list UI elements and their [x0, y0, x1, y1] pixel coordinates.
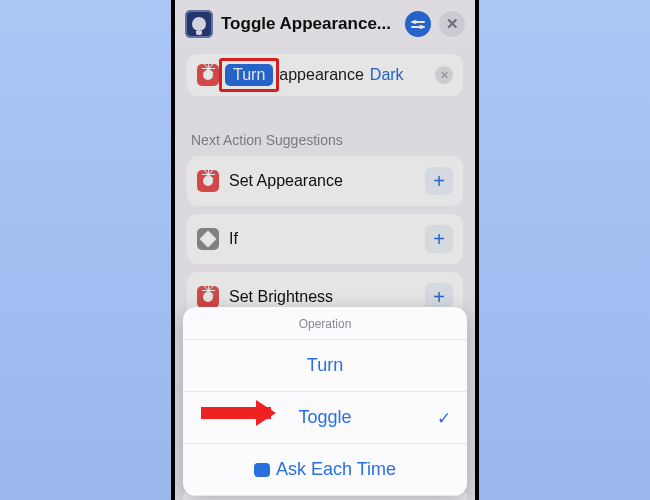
option-label: Turn: [307, 355, 343, 375]
option-ask-each-time[interactable]: Ask Each Time: [183, 444, 467, 496]
option-label: Ask Each Time: [276, 459, 396, 479]
operation-sheet: Operation Turn Toggle ✓ Ask Each Time: [183, 307, 467, 496]
option-label: Toggle: [298, 407, 351, 427]
checkmark-icon: ✓: [437, 407, 451, 428]
option-turn[interactable]: Turn: [183, 340, 467, 392]
phone-frame: Toggle Appearance... ✕ Turn appearance D…: [175, 0, 475, 500]
sheet-title: Operation: [183, 307, 467, 340]
message-icon: [254, 463, 270, 477]
arrow-annotation: [201, 407, 271, 419]
